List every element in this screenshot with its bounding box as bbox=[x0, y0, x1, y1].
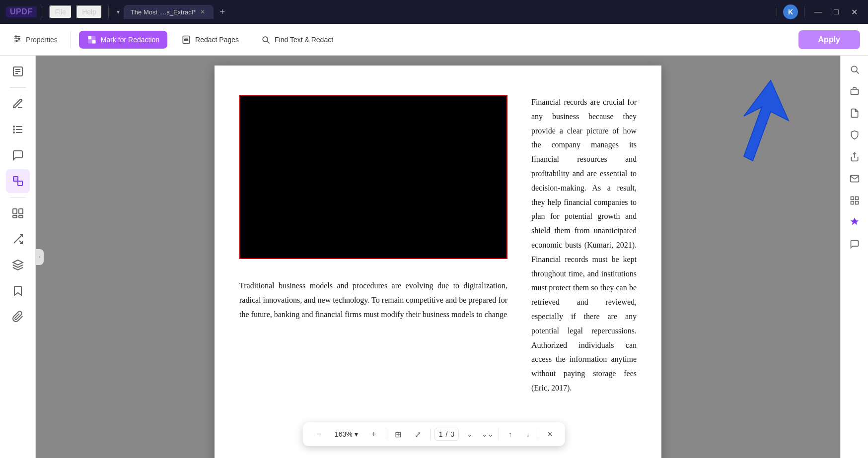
toolbar-sep1 bbox=[71, 31, 71, 49]
tab-area: ▾ The Most ....s_Extract* ✕ + bbox=[115, 5, 771, 19]
close-nav-btn[interactable]: ✕ bbox=[543, 427, 557, 441]
close-btn[interactable]: ✕ bbox=[846, 4, 862, 20]
bottom-div4 bbox=[539, 428, 539, 440]
bottom-div2 bbox=[430, 428, 431, 440]
svg-point-3 bbox=[15, 36, 17, 37]
user-avatar[interactable]: K bbox=[783, 4, 798, 19]
sidebar-icon-redact[interactable] bbox=[6, 169, 30, 193]
bottom-div1 bbox=[386, 428, 386, 440]
title-divider3 bbox=[777, 6, 777, 18]
sidebar-icon-read[interactable] bbox=[6, 60, 30, 83]
sidebar-icon-convert[interactable] bbox=[6, 227, 30, 251]
add-tab-btn[interactable]: + bbox=[216, 6, 229, 18]
redact-pages-btn[interactable]: Redact Pages bbox=[173, 31, 247, 49]
sidebar-icon-layers[interactable] bbox=[6, 253, 30, 277]
properties-btn[interactable]: Properties bbox=[8, 31, 63, 48]
next-nav-btn[interactable]: ↓ bbox=[521, 427, 535, 441]
properties-label: Properties bbox=[26, 36, 58, 44]
right-updf-icon[interactable] bbox=[845, 212, 865, 232]
svg-point-5 bbox=[16, 40, 17, 42]
right-search-icon[interactable] bbox=[845, 60, 865, 79]
svg-marker-33 bbox=[13, 260, 23, 265]
pdf-viewer[interactable]: Traditional business models and procedur… bbox=[36, 56, 840, 458]
fit-page-btn[interactable]: ⤢ bbox=[410, 426, 426, 442]
app-logo: UPDF bbox=[6, 6, 37, 17]
minimize-btn[interactable]: — bbox=[810, 4, 826, 20]
svg-rect-37 bbox=[851, 89, 858, 95]
properties-icon bbox=[13, 34, 22, 45]
right-share-icon[interactable] bbox=[845, 147, 865, 167]
zoom-out-btn[interactable]: − bbox=[311, 426, 327, 442]
window-controls: — □ ✕ bbox=[810, 4, 862, 20]
file-menu[interactable]: File bbox=[49, 5, 72, 19]
svg-point-12 bbox=[263, 37, 268, 42]
svg-rect-41 bbox=[855, 201, 858, 204]
tab-close-btn[interactable]: ✕ bbox=[199, 8, 207, 16]
svg-rect-8 bbox=[92, 40, 96, 43]
svg-point-21 bbox=[13, 126, 14, 127]
mark-redaction-label: Mark for Redaction bbox=[101, 36, 159, 44]
svg-point-4 bbox=[18, 38, 20, 40]
find-text-label: Find Text & Redact bbox=[275, 36, 333, 44]
find-text-redact-btn[interactable]: Find Text & Redact bbox=[253, 31, 341, 49]
find-text-icon bbox=[261, 35, 271, 45]
right-chat-icon[interactable] bbox=[845, 234, 865, 254]
pdf-left-column: Traditional business models and procedur… bbox=[239, 95, 519, 458]
left-sidebar: ‹ bbox=[0, 56, 36, 458]
tab-label: The Most ....s_Extract* bbox=[131, 8, 196, 16]
svg-point-35 bbox=[851, 66, 857, 72]
maximize-btn[interactable]: □ bbox=[828, 4, 844, 20]
sidebar-icon-list[interactable] bbox=[6, 118, 30, 141]
title-divider4 bbox=[804, 6, 804, 18]
svg-rect-40 bbox=[855, 197, 858, 200]
sidebar-div2 bbox=[10, 197, 26, 197]
redacted-image-block bbox=[239, 95, 507, 259]
svg-point-22 bbox=[13, 129, 14, 130]
right-protect-icon[interactable] bbox=[845, 125, 865, 145]
fit-width-btn[interactable]: ⊞ bbox=[390, 426, 406, 442]
active-tab[interactable]: The Most ....s_Extract* ✕ bbox=[124, 5, 214, 19]
zoom-in-btn[interactable]: + bbox=[366, 426, 382, 442]
prev-page-btn[interactable]: ⌄ bbox=[463, 427, 477, 441]
zoom-dropdown-icon: ▾ bbox=[355, 430, 358, 438]
mark-redaction-icon bbox=[87, 35, 97, 45]
sidebar-icon-attachment[interactable] bbox=[6, 305, 30, 328]
tab-arrow-btn[interactable]: ▾ bbox=[115, 7, 122, 16]
svg-rect-42 bbox=[851, 201, 854, 204]
svg-rect-25 bbox=[18, 181, 22, 186]
svg-rect-28 bbox=[19, 209, 23, 214]
mark-for-redaction-btn[interactable]: Mark for Redaction bbox=[79, 31, 167, 49]
bottom-div3 bbox=[499, 428, 499, 440]
svg-line-36 bbox=[856, 71, 858, 73]
pdf-page: Traditional business models and procedur… bbox=[215, 65, 661, 458]
svg-rect-29 bbox=[13, 215, 17, 218]
svg-rect-26 bbox=[13, 177, 18, 181]
sidebar-icon-pages[interactable] bbox=[6, 201, 30, 225]
zoom-level-display[interactable]: 163% ▾ bbox=[331, 428, 362, 440]
total-pages: 3 bbox=[450, 430, 454, 438]
pdf-content: Traditional business models and procedur… bbox=[215, 65, 661, 458]
svg-line-13 bbox=[267, 41, 269, 43]
sidebar-icon-edittext[interactable] bbox=[6, 92, 30, 116]
right-ocr-icon[interactable] bbox=[845, 81, 865, 101]
apply-btn[interactable]: Apply bbox=[798, 30, 860, 49]
current-page: 1 bbox=[439, 430, 443, 438]
sidebar-icon-comment[interactable] bbox=[6, 143, 30, 167]
right-form-icon[interactable] bbox=[845, 191, 865, 210]
main-toolbar: Properties Mark for Redaction Redact Pag… bbox=[0, 24, 868, 56]
page-sep: / bbox=[445, 430, 447, 438]
pdf-right-column: Financial records are crucial for any bu… bbox=[519, 95, 637, 458]
sidebar-toggle[interactable]: ‹ bbox=[36, 249, 44, 265]
page-indicator: 1 / 3 bbox=[434, 428, 459, 441]
main-area: ‹ bbox=[0, 56, 868, 458]
right-mail-icon[interactable] bbox=[845, 169, 865, 189]
svg-rect-39 bbox=[851, 197, 854, 200]
sidebar-icon-bookmark[interactable] bbox=[6, 279, 30, 303]
next-page-btn[interactable]: ⌄⌄ bbox=[481, 427, 495, 441]
svg-rect-30 bbox=[19, 215, 23, 218]
help-menu[interactable]: Help bbox=[76, 5, 102, 19]
right-convert-icon[interactable] bbox=[845, 103, 865, 123]
prev-nav-btn[interactable]: ↑ bbox=[503, 427, 517, 441]
redact-pages-icon bbox=[181, 35, 191, 45]
svg-rect-27 bbox=[13, 209, 17, 214]
